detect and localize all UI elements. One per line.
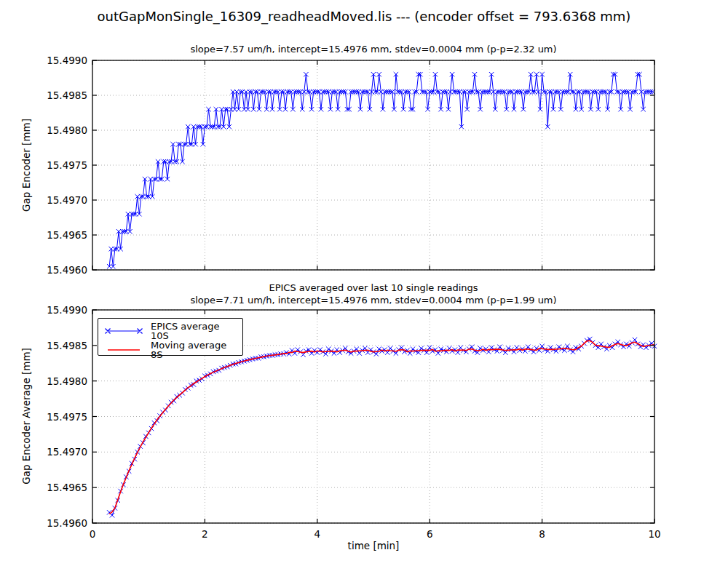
legend-entry-moving-average: Moving average 8S (104, 340, 237, 359)
gridlines (92, 60, 654, 270)
y-tick-label: 15.4960 (29, 517, 87, 529)
legend: EPICS average 10S Moving average 8S (98, 318, 243, 356)
x-markers (107, 72, 655, 268)
y-tick-label: 15.4965 (29, 229, 87, 241)
legend-label-epics-average: EPICS average 10S (151, 322, 237, 340)
legend-entry-epics-average: EPICS average 10S (104, 322, 237, 340)
series-epics-average-10s (107, 337, 657, 518)
legend-label-moving-average: Moving average 8S (151, 340, 237, 359)
series-moving-average-8s (109, 340, 654, 514)
y-tick-label: 15.4975 (29, 411, 87, 423)
figure: outGapMonSingle_16309_readheadMoved.lis … (0, 0, 728, 582)
y-tick-label: 15.4975 (29, 159, 87, 171)
subplot2-xlabel: time [min] (92, 540, 654, 551)
y-tick-label: 15.4985 (29, 340, 87, 351)
x-tick-label: 10 (633, 528, 676, 540)
legend-line-with-x-marker-icon (104, 325, 143, 337)
subplot-1 (92, 60, 655, 270)
x-markers (107, 337, 657, 518)
y-tick-label: 15.4960 (29, 264, 87, 276)
series-gap-encoder-single-readings (107, 72, 655, 268)
y-tick-label: 15.4965 (29, 482, 87, 493)
x-tick-label: 6 (408, 528, 451, 540)
y-tick-label: 15.4980 (29, 124, 87, 136)
y-tick-label: 15.4970 (29, 194, 87, 206)
y-tick-label: 15.4970 (29, 446, 87, 458)
subplot1-title: slope=7.57 um/h, intercept=15.4976 mm, s… (92, 44, 654, 55)
y-tick-label: 15.4990 (29, 304, 87, 316)
subplot2-title: slope=7.71 um/h, intercept=15.4976 mm, s… (92, 295, 654, 306)
y-tick-label: 15.4990 (29, 55, 87, 66)
legend-line-red-icon (104, 344, 143, 356)
x-tick-label: 2 (183, 528, 226, 540)
subplot2-suptitle: EPICS averaged over last 10 single readi… (92, 282, 654, 293)
y-tick-label: 15.4985 (29, 89, 87, 101)
x-tick-label: 4 (296, 528, 339, 540)
figure-title: outGapMonSingle_16309_readheadMoved.lis … (0, 9, 728, 24)
y-tick-label: 15.4980 (29, 375, 87, 387)
x-tick-label: 8 (521, 528, 564, 540)
x-tick-label: 0 (71, 528, 114, 540)
